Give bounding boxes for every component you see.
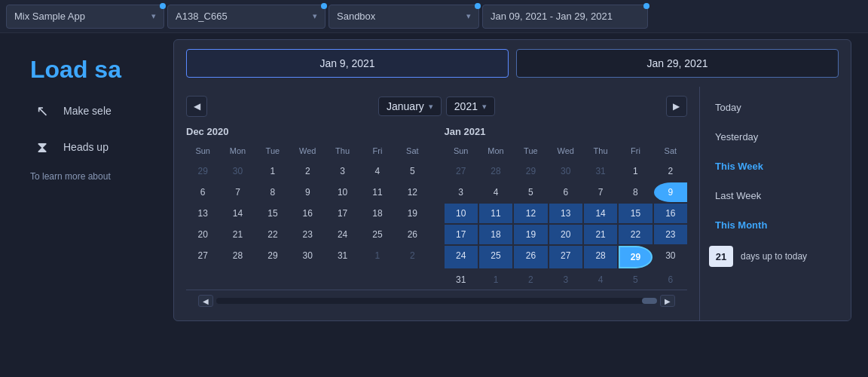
table-row[interactable]: 12 xyxy=(396,182,429,202)
table-row[interactable]: 26 xyxy=(514,246,547,268)
table-row[interactable]: 30 xyxy=(291,246,324,265)
table-row[interactable]: 19 xyxy=(514,225,547,244)
quick-this-week[interactable]: This Week xyxy=(700,152,851,181)
table-row[interactable]: 19 xyxy=(396,204,429,223)
table-row[interactable]: 27 xyxy=(445,161,478,181)
table-row[interactable]: 28 xyxy=(479,161,512,181)
table-row[interactable]: 1 xyxy=(361,246,394,265)
quick-today[interactable]: Today xyxy=(700,93,851,122)
dataset-dropdown[interactable]: A138_C665 ▾ xyxy=(167,5,326,29)
date-dropdown[interactable]: Jan 09, 2021 - Jan 29, 2021 xyxy=(482,5,648,29)
table-row[interactable]: 3 xyxy=(445,182,478,202)
quick-yesterday[interactable]: Yesterday xyxy=(700,122,851,152)
table-row[interactable]: 23 xyxy=(654,225,687,244)
table-row[interactable]: 2 xyxy=(396,246,429,265)
month-label: January xyxy=(387,100,424,112)
table-row[interactable]: 3 xyxy=(549,270,582,290)
table-row[interactable]: 14 xyxy=(221,204,254,223)
table-row[interactable]: 29 xyxy=(256,246,289,265)
table-row[interactable]: 4 xyxy=(584,270,617,290)
table-row[interactable]: 11 xyxy=(361,182,394,202)
table-row[interactable]: 18 xyxy=(361,204,394,223)
table-row[interactable]: 28 xyxy=(221,246,254,265)
scroll-track[interactable] xyxy=(216,298,657,304)
table-row[interactable]: 15 xyxy=(256,204,289,223)
table-row[interactable]: 7 xyxy=(584,182,617,202)
table-row[interactable]: 1 xyxy=(256,161,289,181)
table-row[interactable]: 27 xyxy=(186,246,219,265)
table-row[interactable]: 15 xyxy=(619,204,652,223)
table-row[interactable]: 6 xyxy=(186,182,219,202)
table-row[interactable]: 23 xyxy=(291,225,324,244)
table-row[interactable]: 4 xyxy=(361,161,394,181)
table-row[interactable]: 5 xyxy=(396,161,429,181)
table-row[interactable]: 11 xyxy=(479,204,512,223)
table-row[interactable]: 31 xyxy=(445,270,478,290)
table-row[interactable]: 17 xyxy=(445,225,478,244)
dec-fri-header: Fri xyxy=(361,143,394,158)
table-row[interactable]: 6 xyxy=(549,182,582,202)
jan-29-cell[interactable]: 29 xyxy=(619,246,652,268)
table-row[interactable]: 10 xyxy=(445,204,478,223)
table-row[interactable]: 2 xyxy=(514,270,547,290)
table-row[interactable]: 26 xyxy=(396,225,429,244)
table-row[interactable]: 7 xyxy=(221,182,254,202)
table-row[interactable]: 25 xyxy=(361,225,394,244)
table-row[interactable]: 25 xyxy=(479,246,512,268)
env-dropdown[interactable]: Sandbox ▾ xyxy=(329,5,479,29)
prev-month-button[interactable]: ◀ xyxy=(186,96,207,117)
quick-last-week[interactable]: Last Week xyxy=(700,181,851,210)
table-row[interactable]: 21 xyxy=(584,225,617,244)
app-dropdown[interactable]: Mix Sample App ▾ xyxy=(6,5,164,29)
table-row[interactable]: 12 xyxy=(514,204,547,223)
scroll-right-button[interactable]: ▶ xyxy=(660,295,675,307)
table-row[interactable]: 1 xyxy=(479,270,512,290)
table-row[interactable]: 9 xyxy=(291,182,324,202)
table-row[interactable]: 5 xyxy=(514,182,547,202)
table-row[interactable]: 8 xyxy=(619,182,652,202)
scroll-left-button[interactable]: ◀ xyxy=(198,295,213,307)
end-date-input[interactable]: Jan 29, 2021 xyxy=(516,49,839,78)
table-row[interactable]: 30 xyxy=(221,161,254,181)
table-row[interactable]: 29 xyxy=(514,161,547,181)
table-row[interactable]: 18 xyxy=(479,225,512,244)
table-row[interactable]: 8 xyxy=(256,182,289,202)
table-row[interactable]: 16 xyxy=(654,204,687,223)
table-row[interactable]: 28 xyxy=(584,246,617,268)
table-row[interactable]: 13 xyxy=(549,204,582,223)
table-row[interactable]: 13 xyxy=(186,204,219,223)
year-select[interactable]: 2021 ▾ xyxy=(446,97,495,116)
table-row[interactable]: 1 xyxy=(619,161,652,181)
start-date-input[interactable]: Jan 9, 2021 xyxy=(186,49,509,78)
table-row[interactable]: 17 xyxy=(326,204,359,223)
table-row[interactable]: 3 xyxy=(326,161,359,181)
dataset-label: A138_C665 xyxy=(176,11,228,22)
table-row[interactable]: 6 xyxy=(654,270,687,290)
table-row[interactable]: 21 xyxy=(221,225,254,244)
table-row[interactable]: 10 xyxy=(326,182,359,202)
table-row[interactable]: 5 xyxy=(619,270,652,290)
month-select[interactable]: January ▾ xyxy=(378,97,442,116)
table-row[interactable]: 30 xyxy=(654,246,687,268)
table-row[interactable]: 31 xyxy=(584,161,617,181)
table-row[interactable]: 16 xyxy=(291,204,324,223)
table-row[interactable]: 22 xyxy=(619,225,652,244)
table-row[interactable]: 30 xyxy=(549,161,582,181)
table-row[interactable]: 20 xyxy=(186,225,219,244)
jan-9-cell[interactable]: 9 xyxy=(654,182,687,202)
quick-this-month[interactable]: This Month xyxy=(700,210,851,240)
table-row[interactable]: 27 xyxy=(549,246,582,268)
table-row[interactable]: 29 xyxy=(186,161,219,181)
table-row[interactable]: 20 xyxy=(549,225,582,244)
table-row[interactable]: 2 xyxy=(291,161,324,181)
table-row[interactable]: 4 xyxy=(479,182,512,202)
table-row[interactable]: 22 xyxy=(256,225,289,244)
table-row[interactable]: 24 xyxy=(445,246,478,268)
table-row[interactable]: 31 xyxy=(326,246,359,265)
app-label: Mix Sample App xyxy=(14,11,85,22)
table-row[interactable]: 2 xyxy=(654,161,687,181)
days-up-to-today-box: 21 days up to today xyxy=(700,240,851,276)
next-month-button[interactable]: ▶ xyxy=(666,96,687,117)
table-row[interactable]: 14 xyxy=(584,204,617,223)
table-row[interactable]: 24 xyxy=(326,225,359,244)
